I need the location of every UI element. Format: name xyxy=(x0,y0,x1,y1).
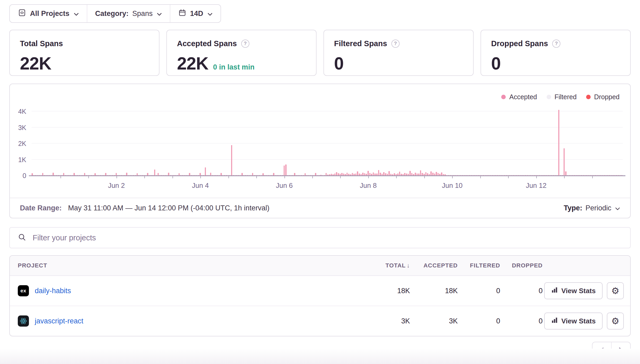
header-total[interactable]: TOTAL↓ xyxy=(367,262,410,269)
axis-tick xyxy=(116,176,117,178)
type-value: Periodic xyxy=(585,204,611,212)
x-tick-label: Jun 4 xyxy=(192,181,209,190)
x-tick-label: Jun 12 xyxy=(526,181,547,190)
axis-tick xyxy=(480,176,481,178)
y-tick-label: 1K xyxy=(18,156,26,164)
bar-chart-icon xyxy=(551,287,558,295)
project-link[interactable]: javascript-react xyxy=(35,317,83,325)
card-filtered-spans: Filtered Spans ? 0 xyxy=(323,30,474,76)
legend-dot-accepted xyxy=(501,95,506,99)
search-placeholder: Filter your projects xyxy=(33,233,96,242)
y-tick-label: 3K xyxy=(18,124,26,132)
gear-icon: ⚙ xyxy=(611,285,619,296)
card-title: Accepted Spans xyxy=(177,39,237,48)
card-total-spans: Total Spans 22K xyxy=(9,30,159,76)
chevron-down-icon xyxy=(207,10,213,18)
y-tick-label: 4K xyxy=(18,108,26,115)
card-value: 0 xyxy=(491,53,501,73)
axis-tick xyxy=(564,176,565,178)
chart-y-axis: 0 1K 2K 3K 4K xyxy=(10,104,26,176)
usage-chart-panel: Accepted Filtered Dropped 0 1K 2K 3K 4K xyxy=(9,84,631,218)
chart-plot: Jun 2Jun 4Jun 6Jun 8Jun 10Jun 12 xyxy=(32,104,623,176)
card-title: Dropped Spans xyxy=(491,39,548,48)
calendar-icon xyxy=(178,8,186,19)
gear-icon: ⚙ xyxy=(611,316,619,326)
header-filtered[interactable]: FILTERED xyxy=(458,262,500,269)
project-search[interactable]: Filter your projects xyxy=(9,227,631,248)
axis-tick xyxy=(256,176,257,178)
x-tick-label: Jun 8 xyxy=(360,181,377,190)
card-value: 22K xyxy=(177,53,208,73)
legend-label: Filtered xyxy=(555,93,577,101)
stat-cards: Total Spans 22K Accepted Spans ? 22K 0 i… xyxy=(9,30,631,76)
legend-dot-dropped xyxy=(586,95,591,99)
period-filter-button[interactable]: 14D xyxy=(170,5,220,22)
header-accepted[interactable]: ACCEPTED xyxy=(410,262,458,269)
date-range-label: Date Range: xyxy=(20,204,62,212)
project-settings-button[interactable]: ⚙ xyxy=(607,313,624,330)
axis-tick xyxy=(228,176,229,178)
chevron-down-icon xyxy=(157,10,162,18)
view-stats-button[interactable]: View Stats xyxy=(544,282,603,299)
date-range-value: May 31 11:00 AM — Jun 14 12:00 PM (-04:0… xyxy=(68,204,270,212)
legend-label: Accepted xyxy=(509,93,537,101)
chart-footer: Date Range: May 31 11:00 AM — Jun 14 12:… xyxy=(10,198,630,218)
table-header: PROJECT TOTAL↓ ACCEPTED FILTERED DROPPED xyxy=(10,256,630,276)
legend-dot-filtered xyxy=(547,95,551,99)
axis-tick xyxy=(452,176,453,178)
legend-item-dropped[interactable]: Dropped xyxy=(586,93,620,101)
category-filter-value: Spans xyxy=(132,10,153,18)
axis-tick xyxy=(284,176,285,178)
cell-total: 3K xyxy=(367,317,410,325)
search-icon xyxy=(18,233,26,242)
axis-tick xyxy=(172,176,173,178)
help-icon[interactable]: ? xyxy=(552,40,560,48)
cell-filtered: 0 xyxy=(458,317,500,325)
category-filter-button[interactable]: Category: Spans xyxy=(87,5,170,22)
chart-bars xyxy=(32,104,623,176)
project-link[interactable]: daily-habits xyxy=(35,287,71,295)
axis-tick xyxy=(88,176,89,178)
card-accepted-spans: Accepted Spans ? 22K 0 in last min xyxy=(166,30,317,76)
header-dropped[interactable]: DROPPED xyxy=(500,262,543,269)
x-tick-label: Jun 2 xyxy=(108,181,125,190)
x-tick-label: Jun 6 xyxy=(276,181,293,190)
cell-total: 18K xyxy=(367,287,410,295)
view-stats-button[interactable]: View Stats xyxy=(544,313,603,330)
legend-label: Dropped xyxy=(594,93,620,101)
axis-tick xyxy=(368,176,369,178)
sort-desc-icon: ↓ xyxy=(407,262,410,269)
card-title: Total Spans xyxy=(20,39,63,48)
page-bottom-fade xyxy=(0,349,640,364)
period-filter-value: 14D xyxy=(190,10,203,18)
projects-filter-label: All Projects xyxy=(30,10,70,18)
card-title: Filtered Spans xyxy=(334,39,387,48)
help-icon[interactable]: ? xyxy=(391,40,400,48)
legend-item-accepted[interactable]: Accepted xyxy=(501,93,537,101)
help-icon[interactable]: ? xyxy=(241,40,249,48)
chevron-down-icon xyxy=(74,10,79,18)
filter-bar: All Projects Category: Spans 14D xyxy=(9,4,221,23)
projects-table: PROJECT TOTAL↓ ACCEPTED FILTERED DROPPED… xyxy=(9,255,631,336)
axis-tick xyxy=(340,176,341,178)
type-selector[interactable]: Type: Periodic xyxy=(564,204,620,212)
legend-item-filtered[interactable]: Filtered xyxy=(547,93,577,101)
y-tick-label: 0 xyxy=(23,172,26,180)
axis-tick xyxy=(592,176,593,178)
type-label: Type: xyxy=(564,204,582,212)
axis-tick xyxy=(508,176,509,178)
x-tick-label: Jun 10 xyxy=(442,181,462,190)
card-value: 0 xyxy=(334,53,344,73)
cell-accepted: 18K xyxy=(410,287,458,295)
table-row: javascript-react 3K 3K 0 0 View Stats ⚙ xyxy=(10,306,630,336)
header-project: PROJECT xyxy=(10,262,367,269)
axis-tick xyxy=(200,176,201,178)
stats-page: All Projects Category: Spans 14D xyxy=(0,0,640,364)
card-dropped-spans: Dropped Spans ? 0 xyxy=(481,30,631,76)
axis-tick xyxy=(536,176,537,178)
category-filter-label: Category: xyxy=(95,10,129,18)
axis-tick xyxy=(144,176,145,178)
project-settings-button[interactable]: ⚙ xyxy=(607,282,624,299)
axis-tick xyxy=(312,176,313,178)
projects-filter-button[interactable]: All Projects xyxy=(10,5,87,22)
